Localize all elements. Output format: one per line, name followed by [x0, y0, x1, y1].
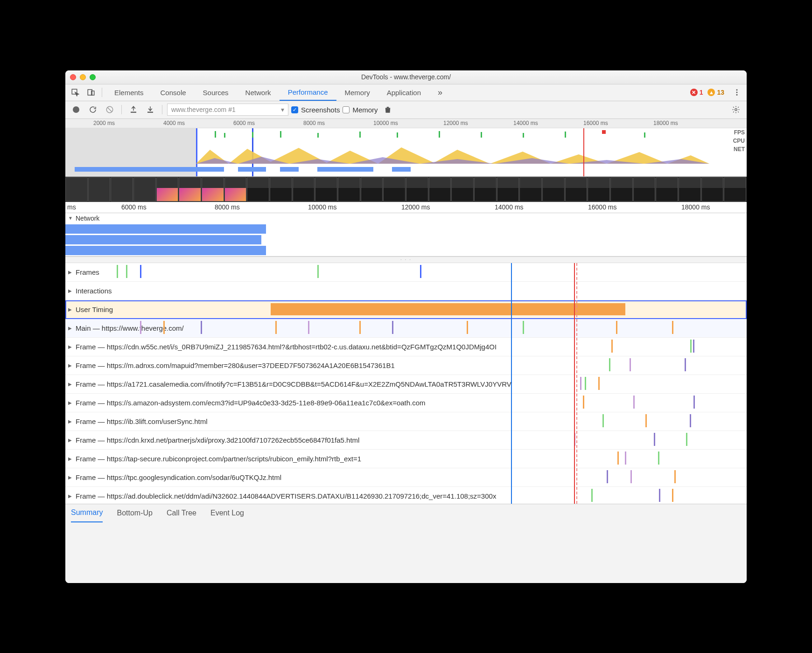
fps-lane-label: FPS	[733, 129, 745, 136]
frame-row[interactable]: ▶Frame — https://ad.doubleclick.net/ddm/…	[65, 487, 747, 504]
filmstrip-thumb[interactable]	[633, 177, 656, 201]
error-icon: ✕	[690, 89, 698, 96]
filmstrip-thumb[interactable]	[406, 177, 428, 201]
tab-memory[interactable]: Memory	[336, 84, 378, 101]
flame-chart[interactable]: ▶Frames ▶Interactions ▶User Timing ▶Main…	[65, 263, 747, 504]
screenshots-filmstrip[interactable]: /*generated below via loop template*/	[65, 177, 747, 202]
reload-button[interactable]	[86, 103, 100, 116]
screenshots-label: Screenshots	[301, 106, 340, 114]
filmstrip-thumb[interactable]	[519, 177, 542, 201]
triangle-right-icon: ▶	[68, 288, 74, 293]
ruler-tick: 14000 ms	[513, 120, 538, 126]
tab-network[interactable]: Network	[237, 84, 280, 101]
user-timing-label: User Timing	[76, 306, 113, 313]
filmstrip-thumb[interactable]	[111, 177, 133, 201]
frames-row[interactable]: ▶Frames	[65, 263, 747, 282]
overview-body[interactable]	[65, 128, 728, 176]
filmstrip-thumb[interactable]	[270, 177, 292, 201]
inspect-icon[interactable]	[68, 86, 82, 99]
filmstrip-thumb[interactable]	[65, 177, 88, 201]
load-profile-icon[interactable]	[126, 103, 140, 116]
filmstrip-thumb[interactable]	[315, 177, 337, 201]
triangle-down-icon: ▼	[68, 215, 74, 221]
filmstrip-thumb[interactable]	[156, 177, 179, 201]
svg-point-5	[736, 94, 738, 96]
tab-performance[interactable]: Performance	[280, 84, 336, 101]
ruler-tick: ms	[67, 203, 76, 211]
filmstrip-thumb[interactable]	[133, 177, 156, 201]
user-timing-bar[interactable]	[271, 303, 625, 315]
filmstrip-thumb[interactable]	[565, 177, 588, 201]
filmstrip-thumb[interactable]	[701, 177, 724, 201]
frame-row[interactable]: ▶Frame — https://s.amazon-adsystem.com/e…	[65, 394, 747, 412]
frame-row[interactable]: ▶Frame — https://cdn.krxd.net/partnerjs/…	[65, 431, 747, 450]
filmstrip-thumb[interactable]	[293, 177, 315, 201]
main-row[interactable]: ▶Main — https://www.theverge.com/	[65, 319, 747, 338]
device-toggle-icon[interactable]	[84, 86, 98, 99]
filmstrip-thumb[interactable]	[588, 177, 610, 201]
svg-rect-8	[147, 112, 153, 113]
filmstrip-thumb[interactable]	[361, 177, 383, 201]
tab-overflow[interactable]: »	[429, 84, 451, 101]
filmstrip-thumb[interactable]	[656, 177, 678, 201]
svg-rect-14	[317, 133, 319, 138]
network-section-header[interactable]: ▼ Network	[65, 213, 747, 223]
record-button[interactable]	[69, 103, 83, 116]
filmstrip-thumb[interactable]	[338, 177, 360, 201]
filmstrip-thumb[interactable]	[610, 177, 633, 201]
overview-ruler[interactable]: 2000 ms 4000 ms 6000 ms 8000 ms 10000 ms…	[65, 119, 747, 128]
tab-elements[interactable]: Elements	[106, 84, 152, 101]
svg-rect-10	[215, 131, 216, 138]
tab-event-log[interactable]: Event Log	[210, 504, 244, 522]
filmstrip-thumb[interactable]	[474, 177, 497, 201]
tab-application[interactable]: Application	[378, 84, 429, 101]
recording-select[interactable]: www.theverge.com #1 ▾	[167, 104, 288, 116]
filmstrip-thumb[interactable]	[383, 177, 406, 201]
overview-timeline[interactable]: 2000 ms 4000 ms 6000 ms 8000 ms 10000 ms…	[65, 119, 747, 177]
filmstrip-thumb[interactable]	[179, 177, 201, 201]
detail-ruler[interactable]: ms 6000 ms 8000 ms 10000 ms 12000 ms 140…	[65, 202, 747, 213]
frame-row[interactable]: ▶Frame — https://ib.3lift.com/userSync.h…	[65, 412, 747, 431]
memory-checkbox[interactable]: Memory	[343, 106, 378, 114]
frame-row[interactable]: ▶Frame — https://cdn.w55c.net/i/s_0RB7U9…	[65, 338, 747, 356]
clear-button[interactable]	[103, 103, 117, 116]
garbage-collect-icon[interactable]	[381, 103, 395, 116]
frame-row[interactable]: ▶Frame — https://tpc.googlesyndication.c…	[65, 468, 747, 487]
error-indicator[interactable]: ✕ 1 ▲ 13	[690, 89, 724, 96]
filmstrip-thumb[interactable]	[202, 177, 224, 201]
screenshots-checkbox[interactable]: ✓ Screenshots	[291, 106, 340, 114]
frame-row[interactable]: ▶Frame — https://a1721.casalemedia.com/i…	[65, 375, 747, 394]
svg-rect-18	[481, 132, 482, 138]
svg-point-4	[736, 92, 738, 93]
titlebar[interactable]: DevTools - www.theverge.com/	[65, 70, 747, 84]
tab-call-tree[interactable]: Call Tree	[167, 504, 196, 522]
network-bars[interactable]	[65, 223, 747, 256]
frame-row[interactable]: ▶Frame — https://tap-secure.rubiconproje…	[65, 450, 747, 468]
checkbox-checked-icon: ✓	[291, 106, 298, 113]
filmstrip-thumb[interactable]	[724, 177, 746, 201]
filmstrip-thumb[interactable]	[224, 177, 247, 201]
filmstrip-thumb[interactable]	[88, 177, 111, 201]
frame-row[interactable]: ▶Frame — https://m.adnxs.com/mapuid?memb…	[65, 356, 747, 375]
network-track: ▼ Network	[65, 213, 747, 257]
tab-sources[interactable]: Sources	[195, 84, 237, 101]
save-profile-icon[interactable]	[143, 103, 157, 116]
ruler-tick: 10000 ms	[308, 203, 336, 211]
playhead-cursor[interactable]	[511, 263, 512, 504]
tab-summary[interactable]: Summary	[71, 504, 103, 522]
user-timing-row[interactable]: ▶User Timing	[65, 300, 747, 319]
filmstrip-thumb[interactable]	[429, 177, 451, 201]
tab-bottom-up[interactable]: Bottom-Up	[117, 504, 152, 522]
tab-console[interactable]: Console	[152, 84, 195, 101]
filmstrip-thumb[interactable]	[679, 177, 701, 201]
ruler-tick: 2000 ms	[93, 120, 115, 126]
separator	[162, 105, 162, 114]
resizer-handle[interactable]: · · ·	[65, 257, 747, 263]
filmstrip-thumb[interactable]	[542, 177, 565, 201]
filmstrip-thumb[interactable]	[451, 177, 474, 201]
interactions-row[interactable]: ▶Interactions	[65, 282, 747, 300]
filmstrip-thumb[interactable]	[497, 177, 519, 201]
settings-gear-icon[interactable]	[729, 103, 743, 116]
kebab-menu-icon[interactable]	[730, 86, 744, 99]
filmstrip-thumb[interactable]	[247, 177, 269, 201]
